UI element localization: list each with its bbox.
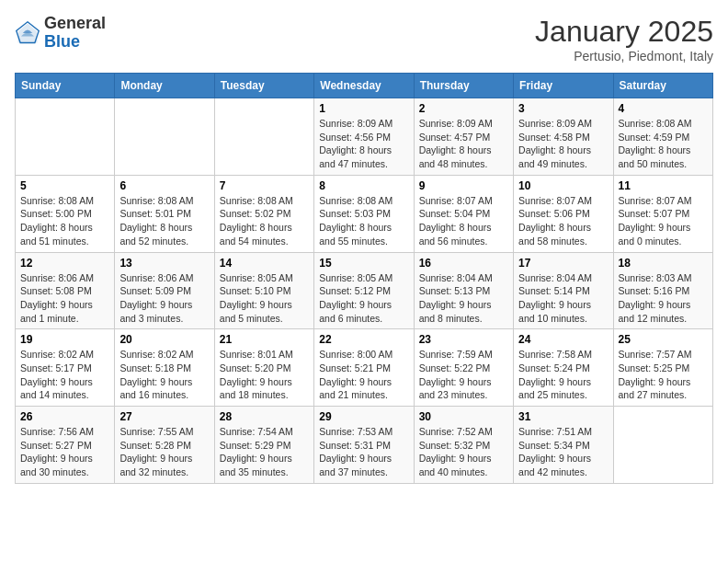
day-info: Sunrise: 7:56 AM Sunset: 5:27 PM Dayligh… <box>20 425 109 479</box>
day-number: 30 <box>419 410 508 423</box>
weekday-header-cell: Monday <box>115 74 214 98</box>
day-info: Sunrise: 8:04 AM Sunset: 5:14 PM Dayligh… <box>518 271 608 326</box>
day-info: Sunrise: 8:04 AM Sunset: 5:13 PM Dayligh… <box>419 271 508 326</box>
calendar-day-cell: 21Sunrise: 8:01 AM Sunset: 5:20 PM Dayli… <box>214 329 313 407</box>
day-info: Sunrise: 8:09 AM Sunset: 4:57 PM Dayligh… <box>419 117 508 171</box>
logo-blue-text: Blue <box>44 32 80 51</box>
day-number: 20 <box>119 333 209 346</box>
day-number: 18 <box>619 257 708 270</box>
day-info: Sunrise: 7:55 AM Sunset: 5:28 PM Dayligh… <box>119 425 209 479</box>
day-number: 13 <box>119 257 209 270</box>
day-info: Sunrise: 7:58 AM Sunset: 5:24 PM Dayligh… <box>518 348 608 402</box>
day-info: Sunrise: 7:52 AM Sunset: 5:32 PM Dayligh… <box>419 425 508 479</box>
calendar-day-cell: 31Sunrise: 7:51 AM Sunset: 5:34 PM Dayli… <box>514 407 613 484</box>
calendar-day-cell: 3Sunrise: 8:09 AM Sunset: 4:58 PM Daylig… <box>514 98 613 176</box>
day-info: Sunrise: 7:53 AM Sunset: 5:31 PM Dayligh… <box>319 425 408 479</box>
day-number: 11 <box>619 179 708 192</box>
calendar-day-cell: 30Sunrise: 7:52 AM Sunset: 5:32 PM Dayli… <box>414 407 513 484</box>
day-number: 31 <box>518 410 608 423</box>
calendar-day-cell: 13Sunrise: 8:06 AM Sunset: 5:09 PM Dayli… <box>115 252 214 329</box>
calendar-day-cell: 11Sunrise: 8:07 AM Sunset: 5:07 PM Dayli… <box>613 175 712 252</box>
day-number: 2 <box>419 102 508 115</box>
weekday-header-cell: Saturday <box>613 74 712 98</box>
calendar-day-cell: 15Sunrise: 8:05 AM Sunset: 5:12 PM Dayli… <box>314 252 414 329</box>
day-number: 22 <box>319 333 408 346</box>
day-number: 17 <box>518 257 608 270</box>
day-number: 26 <box>20 410 109 423</box>
day-info: Sunrise: 8:08 AM Sunset: 5:02 PM Dayligh… <box>220 194 309 248</box>
day-number: 1 <box>319 102 408 115</box>
calendar-day-cell: 27Sunrise: 7:55 AM Sunset: 5:28 PM Dayli… <box>115 407 214 484</box>
day-number: 23 <box>419 333 508 346</box>
day-number: 15 <box>319 257 408 270</box>
day-number: 25 <box>619 333 708 346</box>
day-info: Sunrise: 8:05 AM Sunset: 5:12 PM Dayligh… <box>319 271 408 326</box>
calendar-day-cell <box>115 98 214 176</box>
day-info: Sunrise: 8:09 AM Sunset: 4:58 PM Dayligh… <box>518 117 608 171</box>
day-info: Sunrise: 8:05 AM Sunset: 5:10 PM Dayligh… <box>220 271 309 326</box>
calendar-day-cell: 10Sunrise: 8:07 AM Sunset: 5:06 PM Dayli… <box>514 175 613 252</box>
day-info: Sunrise: 8:08 AM Sunset: 5:03 PM Dayligh… <box>319 194 408 248</box>
calendar-day-cell: 14Sunrise: 8:05 AM Sunset: 5:10 PM Dayli… <box>214 252 313 329</box>
day-info: Sunrise: 8:06 AM Sunset: 5:08 PM Dayligh… <box>20 271 109 326</box>
calendar-day-cell: 25Sunrise: 7:57 AM Sunset: 5:25 PM Dayli… <box>613 329 712 407</box>
day-number: 28 <box>220 410 309 423</box>
day-number: 6 <box>119 179 209 192</box>
day-info: Sunrise: 7:51 AM Sunset: 5:34 PM Dayligh… <box>518 425 608 479</box>
day-info: Sunrise: 8:03 AM Sunset: 5:16 PM Dayligh… <box>619 271 708 326</box>
calendar-day-cell: 2Sunrise: 8:09 AM Sunset: 4:57 PM Daylig… <box>414 98 513 176</box>
day-number: 14 <box>220 257 309 270</box>
logo-icon <box>15 20 40 46</box>
day-number: 16 <box>419 257 508 270</box>
weekday-header-row: SundayMondayTuesdayWednesdayThursdayFrid… <box>16 74 713 98</box>
day-number: 3 <box>518 102 608 115</box>
day-number: 19 <box>20 333 109 346</box>
weekday-header-cell: Friday <box>514 74 613 98</box>
day-info: Sunrise: 8:02 AM Sunset: 5:18 PM Dayligh… <box>119 348 209 402</box>
calendar-day-cell: 9Sunrise: 8:07 AM Sunset: 5:04 PM Daylig… <box>414 175 513 252</box>
calendar-day-cell: 28Sunrise: 7:54 AM Sunset: 5:29 PM Dayli… <box>214 407 313 484</box>
calendar-day-cell <box>613 407 712 484</box>
day-info: Sunrise: 7:54 AM Sunset: 5:29 PM Dayligh… <box>220 425 309 479</box>
location-subtitle: Pertusio, Piedmont, Italy <box>535 49 713 63</box>
day-info: Sunrise: 8:09 AM Sunset: 4:56 PM Dayligh… <box>319 117 408 171</box>
calendar-day-cell: 24Sunrise: 7:58 AM Sunset: 5:24 PM Dayli… <box>514 329 613 407</box>
calendar-week-row: 5Sunrise: 8:08 AM Sunset: 5:00 PM Daylig… <box>16 175 713 252</box>
calendar-day-cell: 8Sunrise: 8:08 AM Sunset: 5:03 PM Daylig… <box>314 175 414 252</box>
weekday-header-cell: Tuesday <box>214 74 313 98</box>
day-number: 7 <box>220 179 309 192</box>
day-info: Sunrise: 8:07 AM Sunset: 5:07 PM Dayligh… <box>619 194 708 248</box>
day-number: 24 <box>518 333 608 346</box>
day-info: Sunrise: 8:02 AM Sunset: 5:17 PM Dayligh… <box>20 348 109 402</box>
day-number: 12 <box>20 257 109 270</box>
calendar-day-cell: 26Sunrise: 7:56 AM Sunset: 5:27 PM Dayli… <box>16 407 115 484</box>
logo: General Blue <box>15 15 106 52</box>
day-number: 21 <box>220 333 309 346</box>
weekday-header-cell: Wednesday <box>314 74 414 98</box>
calendar-day-cell: 5Sunrise: 8:08 AM Sunset: 5:00 PM Daylig… <box>16 175 115 252</box>
calendar-day-cell: 7Sunrise: 8:08 AM Sunset: 5:02 PM Daylig… <box>214 175 313 252</box>
calendar-day-cell: 12Sunrise: 8:06 AM Sunset: 5:08 PM Dayli… <box>16 252 115 329</box>
calendar-week-row: 1Sunrise: 8:09 AM Sunset: 4:56 PM Daylig… <box>16 98 713 176</box>
calendar-day-cell: 23Sunrise: 7:59 AM Sunset: 5:22 PM Dayli… <box>414 329 513 407</box>
title-block: January 2025 Pertusio, Piedmont, Italy <box>535 15 713 63</box>
day-number: 27 <box>119 410 209 423</box>
month-title: January 2025 <box>535 15 713 49</box>
day-number: 10 <box>518 179 608 192</box>
calendar-week-row: 26Sunrise: 7:56 AM Sunset: 5:27 PM Dayli… <box>16 407 713 484</box>
page-header: General Blue January 2025 Pertusio, Pied… <box>15 15 713 63</box>
calendar-body: 1Sunrise: 8:09 AM Sunset: 4:56 PM Daylig… <box>16 98 713 484</box>
weekday-header-cell: Thursday <box>414 74 513 98</box>
day-number: 29 <box>319 410 408 423</box>
day-info: Sunrise: 7:57 AM Sunset: 5:25 PM Dayligh… <box>619 348 708 402</box>
calendar-day-cell <box>214 98 313 176</box>
weekday-header-cell: Sunday <box>16 74 115 98</box>
calendar-table: SundayMondayTuesdayWednesdayThursdayFrid… <box>15 73 713 484</box>
day-info: Sunrise: 8:01 AM Sunset: 5:20 PM Dayligh… <box>220 348 309 402</box>
calendar-day-cell: 20Sunrise: 8:02 AM Sunset: 5:18 PM Dayli… <box>115 329 214 407</box>
day-number: 4 <box>619 102 708 115</box>
day-info: Sunrise: 8:07 AM Sunset: 5:04 PM Dayligh… <box>419 194 508 248</box>
logo-text: General Blue <box>44 15 106 52</box>
day-info: Sunrise: 7:59 AM Sunset: 5:22 PM Dayligh… <box>419 348 508 402</box>
day-info: Sunrise: 8:08 AM Sunset: 5:00 PM Dayligh… <box>20 194 109 248</box>
